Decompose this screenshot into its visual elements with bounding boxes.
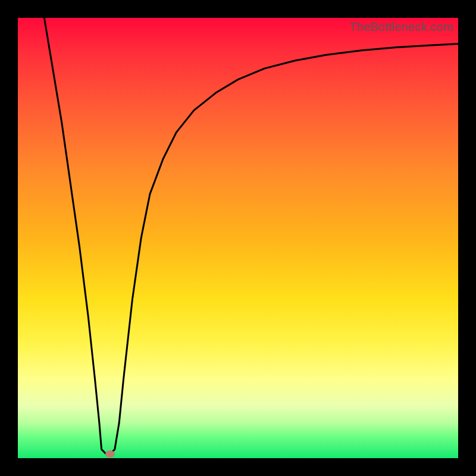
plot-area: TheBottleneck.com — [18, 18, 458, 458]
optimum-marker — [105, 450, 115, 458]
chart-frame: TheBottleneck.com — [0, 0, 476, 476]
bottleneck-curve — [18, 18, 458, 458]
